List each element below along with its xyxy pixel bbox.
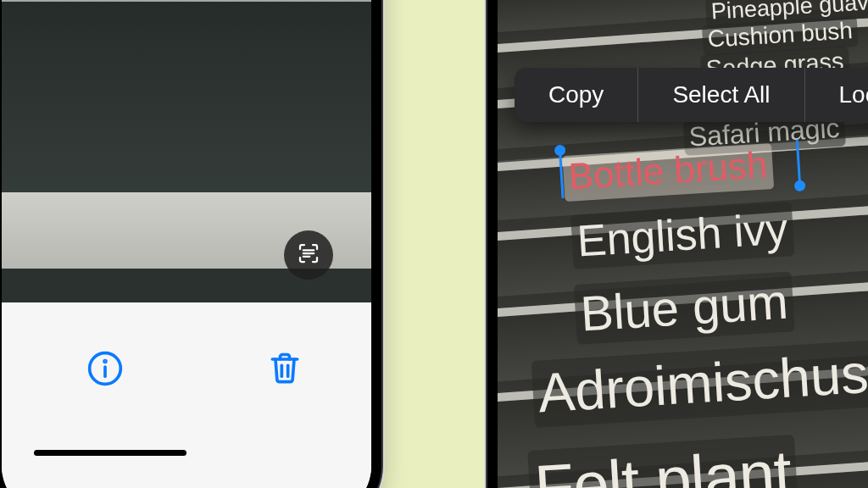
delete-button[interactable] bbox=[266, 350, 303, 391]
selection-start-handle[interactable] bbox=[554, 145, 566, 157]
edit-menu-look-up[interactable]: Look Up bbox=[805, 68, 868, 122]
photos-bottom-toolbar bbox=[2, 303, 371, 488]
photo-viewport[interactable]: ivy bbox=[2, 0, 371, 302]
info-button[interactable] bbox=[86, 350, 124, 391]
edit-menu-select-all[interactable]: Select All bbox=[638, 68, 804, 122]
info-icon bbox=[86, 375, 124, 390]
live-text-icon bbox=[296, 241, 321, 269]
phone-left-screen: ivy bbox=[2, 0, 371, 488]
edit-menu-copy[interactable]: Copy bbox=[515, 68, 637, 122]
edit-menu: Copy Select All Look Up bbox=[515, 68, 868, 122]
live-text-button[interactable] bbox=[284, 230, 333, 280]
svg-point-5 bbox=[104, 360, 106, 362]
phone-right-screen: Pineapple guava Cushion bush Sedge grass… bbox=[498, 0, 868, 488]
photo-viewport[interactable]: Pineapple guava Cushion bush Sedge grass… bbox=[498, 0, 868, 488]
phone-left-frame: ivy bbox=[0, 0, 381, 488]
trash-icon bbox=[266, 375, 303, 390]
phone-right-frame: Pineapple guava Cushion bush Sedge grass… bbox=[487, 0, 868, 488]
selection-end-caret[interactable] bbox=[796, 140, 801, 186]
home-indicator[interactable] bbox=[34, 450, 186, 456]
stair-riser bbox=[2, 2, 371, 192]
